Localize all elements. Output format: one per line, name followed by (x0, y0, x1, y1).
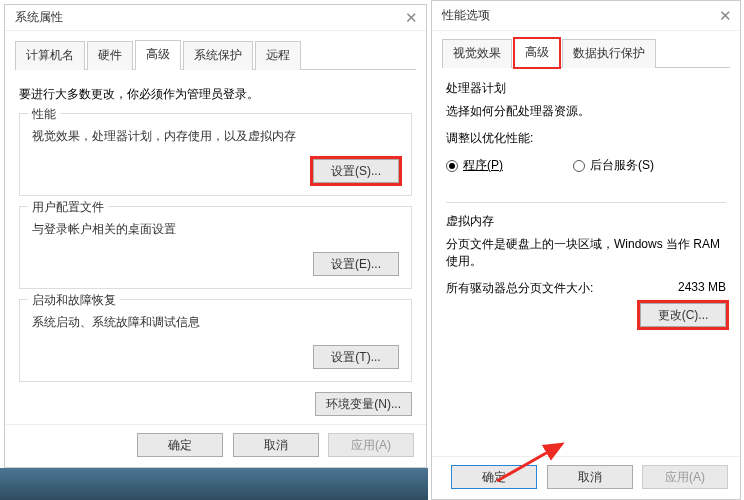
tabs-right: 视觉效果 高级 数据执行保护 (442, 37, 730, 68)
ok-button-left[interactable]: 确定 (137, 433, 223, 457)
close-icon[interactable]: ✕ (405, 9, 418, 27)
tab-remote[interactable]: 远程 (255, 41, 301, 70)
desktop-taskbar (0, 468, 428, 500)
radio-background-services[interactable]: 后台服务(S) (573, 157, 654, 174)
vm-total-value: 2433 MB (678, 280, 726, 297)
group-user-profiles: 用户配置文件 与登录帐户相关的桌面设置 设置(E)... (19, 206, 412, 289)
env-vars-button[interactable]: 环境变量(N)... (315, 392, 412, 416)
tabs-left: 计算机名 硬件 高级 系统保护 远程 (15, 39, 416, 70)
vm-total-label: 所有驱动器总分页文件大小: (446, 280, 593, 297)
tab-advanced[interactable]: 高级 (135, 40, 181, 70)
radio-icon (446, 160, 458, 172)
apply-button-left: 应用(A) (328, 433, 414, 457)
group-user-profiles-legend: 用户配置文件 (28, 199, 108, 216)
tab-system-protection[interactable]: 系统保护 (183, 41, 253, 70)
tab-dep[interactable]: 数据执行保护 (562, 39, 656, 68)
radio-icon (573, 160, 585, 172)
tab-computername[interactable]: 计算机名 (15, 41, 85, 70)
admin-note: 要进行大多数更改，你必须作为管理员登录。 (19, 86, 412, 103)
cpu-adjust-label: 调整以优化性能: (446, 130, 726, 147)
cancel-button-right[interactable]: 取消 (547, 465, 633, 489)
titlebar-right: 性能选项 ✕ (432, 1, 740, 31)
group-startup-desc: 系统启动、系统故障和调试信息 (32, 314, 399, 331)
window-title-right: 性能选项 (442, 7, 490, 24)
settings-profiles-button[interactable]: 设置(E)... (313, 252, 399, 276)
settings-startup-button[interactable]: 设置(T)... (313, 345, 399, 369)
ok-button-right[interactable]: 确定 (451, 465, 537, 489)
footer-left: 确定 取消 应用(A) (5, 424, 426, 467)
radio-background-label: 后台服务(S) (590, 157, 654, 174)
close-icon[interactable]: ✕ (719, 7, 732, 25)
vm-title: 虚拟内存 (446, 213, 726, 230)
group-performance: 性能 视觉效果，处理器计划，内存使用，以及虚拟内存 设置(S)... (19, 113, 412, 196)
tab-advanced-right[interactable]: 高级 (514, 38, 560, 68)
group-user-profiles-desc: 与登录帐户相关的桌面设置 (32, 221, 399, 238)
group-performance-desc: 视觉效果，处理器计划，内存使用，以及虚拟内存 (32, 128, 399, 145)
group-startup-legend: 启动和故障恢复 (28, 292, 120, 309)
radio-programs-label: 程序(P) (463, 157, 503, 174)
change-vm-button[interactable]: 更改(C)... (640, 303, 726, 327)
vm-desc: 分页文件是硬盘上的一块区域，Windows 当作 RAM 使用。 (446, 236, 726, 270)
radio-programs[interactable]: 程序(P) (446, 157, 503, 174)
system-properties-window: 系统属性 ✕ 计算机名 硬件 高级 系统保护 远程 要进行大多数更改，你必须作为… (4, 4, 427, 468)
tab-hardware[interactable]: 硬件 (87, 41, 133, 70)
window-title-left: 系统属性 (15, 9, 63, 26)
cancel-button-left[interactable]: 取消 (233, 433, 319, 457)
settings-performance-button[interactable]: 设置(S)... (313, 159, 399, 183)
apply-button-right: 应用(A) (642, 465, 728, 489)
cpu-plan-desc: 选择如何分配处理器资源。 (446, 103, 726, 120)
cpu-plan-title: 处理器计划 (446, 80, 726, 97)
group-startup-recovery: 启动和故障恢复 系统启动、系统故障和调试信息 设置(T)... (19, 299, 412, 382)
titlebar-left: 系统属性 ✕ (5, 5, 426, 31)
footer-right: 确定 取消 应用(A) (432, 456, 740, 499)
group-performance-legend: 性能 (28, 106, 60, 123)
tab-visual-effects[interactable]: 视觉效果 (442, 39, 512, 68)
performance-options-window: 性能选项 ✕ 视觉效果 高级 数据执行保护 处理器计划 选择如何分配处理器资源。… (431, 0, 741, 500)
